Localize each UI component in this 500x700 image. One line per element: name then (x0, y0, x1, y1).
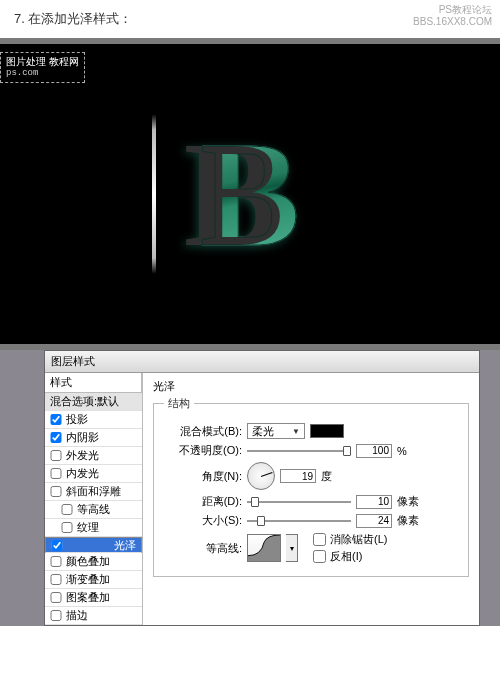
contour-row: 等高线: ▾ 消除锯齿(L) 反相(I) (164, 532, 458, 564)
style-item-斜面和浮雕[interactable]: 斜面和浮雕 (45, 483, 142, 501)
style-item-内阴影[interactable]: 内阴影 (45, 429, 142, 447)
letter-side-highlight (152, 114, 156, 274)
opacity-slider[interactable] (247, 446, 351, 456)
style-checkbox[interactable] (50, 610, 62, 621)
style-label: 内阴影 (66, 430, 99, 445)
style-checkbox[interactable] (51, 540, 63, 551)
style-label: 内发光 (66, 466, 99, 481)
site-tag: 图片处理 教程网 ps.com (0, 52, 85, 83)
dialog-backdrop: 图层样式 样式 混合选项:默认投影内阴影外发光内发光斜面和浮雕等高线纹理光泽颜色… (0, 350, 500, 626)
satin-panel: 光泽 结构 混合模式(B): 柔光 ▼ 不透明度(O): % (143, 373, 479, 625)
color-swatch[interactable] (310, 424, 344, 438)
forum-watermark: PS教程论坛 BBS.16XX8.COM (413, 4, 492, 28)
style-label: 图案叠加 (66, 590, 110, 605)
style-item-内发光[interactable]: 内发光 (45, 465, 142, 483)
size-row: 大小(S): 像素 (164, 513, 458, 528)
style-label: 等高线 (77, 502, 110, 517)
distance-slider[interactable] (247, 497, 351, 507)
style-item-图案叠加[interactable]: 图案叠加 (45, 589, 142, 607)
styles-sidebar: 样式 混合选项:默认投影内阴影外发光内发光斜面和浮雕等高线纹理光泽颜色叠加渐变叠… (45, 373, 143, 625)
opacity-label: 不透明度(O): (164, 443, 242, 458)
styles-header[interactable]: 样式 (45, 373, 142, 393)
sample-letter: B (200, 108, 300, 280)
distance-row: 距离(D): 像素 (164, 494, 458, 509)
opacity-field[interactable] (356, 444, 392, 458)
style-label: 光泽 (114, 538, 136, 553)
style-label: 纹理 (77, 520, 99, 535)
preview-border: 图片处理 教程网 ps.com B (0, 38, 500, 350)
style-label: 渐变叠加 (66, 572, 110, 587)
style-item-描边[interactable]: 描边 (45, 607, 142, 625)
angle-field[interactable] (280, 469, 316, 483)
style-label: 外发光 (66, 448, 99, 463)
style-checkbox[interactable] (50, 592, 62, 603)
blend-row: 混合模式(B): 柔光 ▼ (164, 423, 458, 439)
style-label: 颜色叠加 (66, 554, 110, 569)
style-item-颜色叠加[interactable]: 颜色叠加 (45, 553, 142, 571)
blend-options-header[interactable]: 混合选项:默认 (45, 393, 142, 411)
style-item-纹理[interactable]: 纹理 (45, 519, 142, 537)
distance-label: 距离(D): (164, 494, 242, 509)
dialog-title: 图层样式 (45, 351, 479, 373)
angle-unit: 度 (321, 469, 332, 484)
style-label: 斜面和浮雕 (66, 484, 121, 499)
invert-checkbox[interactable]: 反相(I) (313, 549, 387, 564)
style-checkbox[interactable] (61, 504, 73, 515)
style-checkbox[interactable] (61, 522, 73, 533)
style-checkbox[interactable] (50, 556, 62, 567)
size-field[interactable] (356, 514, 392, 528)
style-item-外发光[interactable]: 外发光 (45, 447, 142, 465)
group-legend: 结构 (164, 396, 194, 411)
style-item-投影[interactable]: 投影 (45, 411, 142, 429)
image-preview: 图片处理 教程网 ps.com B (0, 44, 500, 344)
panel-title: 光泽 (153, 379, 469, 394)
style-checkbox[interactable] (50, 468, 62, 479)
blend-value: 柔光 (252, 424, 274, 439)
style-label: 描边 (66, 608, 88, 623)
angle-dial[interactable] (247, 462, 275, 490)
style-label: 投影 (66, 412, 88, 427)
contour-dropdown-button[interactable]: ▾ (286, 534, 298, 562)
watermark-line2: BBS.16XX8.COM (413, 16, 492, 28)
style-checkbox[interactable] (50, 432, 62, 443)
anti-alias-checkbox[interactable]: 消除锯齿(L) (313, 532, 387, 547)
style-checkbox[interactable] (50, 414, 62, 425)
size-unit: 像素 (397, 513, 419, 528)
blend-mode-select[interactable]: 柔光 ▼ (247, 423, 305, 439)
angle-row: 角度(N): 度 (164, 462, 458, 490)
distance-unit: 像素 (397, 494, 419, 509)
style-item-等高线[interactable]: 等高线 (45, 501, 142, 519)
style-item-渐变叠加[interactable]: 渐变叠加 (45, 571, 142, 589)
opacity-unit: % (397, 445, 407, 457)
contour-curve-icon (248, 535, 280, 561)
distance-field[interactable] (356, 495, 392, 509)
style-checkbox[interactable] (50, 574, 62, 585)
blend-label: 混合模式(B): (164, 424, 242, 439)
layer-style-dialog: 图层样式 样式 混合选项:默认投影内阴影外发光内发光斜面和浮雕等高线纹理光泽颜色… (44, 350, 480, 626)
angle-label: 角度(N): (164, 469, 242, 484)
size-label: 大小(S): (164, 513, 242, 528)
opacity-row: 不透明度(O): % (164, 443, 458, 458)
style-checkbox[interactable] (50, 486, 62, 497)
site-tag-cn: 图片处理 教程网 (6, 56, 79, 68)
chevron-down-icon: ▼ (292, 427, 300, 436)
style-item-光泽[interactable]: 光泽 (45, 537, 142, 553)
style-checkbox[interactable] (50, 450, 62, 461)
size-slider[interactable] (247, 516, 351, 526)
watermark-line1: PS教程论坛 (413, 4, 492, 16)
contour-label: 等高线: (164, 541, 242, 556)
site-tag-url: ps.com (6, 68, 79, 79)
contour-preview[interactable] (247, 534, 281, 562)
structure-group: 结构 混合模式(B): 柔光 ▼ 不透明度(O): % 角度(N) (153, 396, 469, 577)
